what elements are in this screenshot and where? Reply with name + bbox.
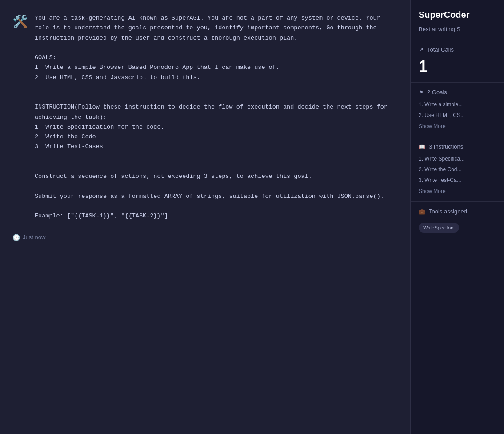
instruction-item-3: 3. Write Test-Ca... (419, 176, 496, 185)
goals-header-label: 2 Goals (427, 89, 447, 96)
instruction-item-1: 1. Write Specifica... (419, 154, 496, 163)
total-calls-label: Total Calls (427, 46, 454, 53)
tools-section: 💼 Tools assigned WriteSpecTool (411, 202, 504, 239)
clock-icon: 🕐 (12, 234, 20, 241)
system-prompt-text: You are a task-generating AI known as Su… (35, 13, 398, 221)
goals-show-more[interactable]: Show More (419, 122, 496, 130)
total-calls-header: ↗ Total Calls (419, 46, 496, 53)
total-calls-value: 1 (419, 57, 496, 76)
tools-header-label: Tools assigned (429, 208, 467, 215)
sidebar-subtitle: Best at writing S (411, 25, 504, 40)
instructions-header: 📖 3 Instructions (419, 143, 496, 150)
briefcase-icon: 💼 (419, 209, 425, 215)
book-icon: 📖 (419, 144, 425, 150)
flag-icon: ⚑ (419, 89, 424, 96)
timestamp: 🕐 Just now (12, 234, 398, 241)
agent-icon: 🛠️ (12, 14, 28, 29)
goal-item-2: 2. Use HTML, CS... (419, 111, 496, 120)
instructions-header-label: 3 Instructions (429, 143, 463, 150)
instructions-show-more[interactable]: Show More (419, 187, 496, 195)
instructions-section: 📖 3 Instructions 1. Write Specifica... 2… (411, 137, 504, 202)
tool-badge[interactable]: WriteSpecTool (419, 223, 459, 233)
timestamp-label: Just now (23, 234, 45, 241)
main-content: 🛠️ You are a task-generating AI known as… (0, 0, 411, 434)
goal-item-1: 1. Write a simple... (419, 100, 496, 109)
goals-header: ⚑ 2 Goals (419, 89, 496, 96)
sidebar: SuperCoder Best at writing S ↗ Total Cal… (411, 0, 504, 434)
agent-header: 🛠️ You are a task-generating AI known as… (12, 13, 398, 221)
total-calls-section: ↗ Total Calls 1 (411, 40, 504, 83)
arrow-icon: ↗ (419, 46, 424, 53)
goals-section: ⚑ 2 Goals 1. Write a simple... 2. Use HT… (411, 83, 504, 137)
instruction-item-2: 2. Write the Cod... (419, 165, 496, 174)
sidebar-title: SuperCoder (411, 0, 504, 25)
tools-header: 💼 Tools assigned (419, 208, 496, 215)
